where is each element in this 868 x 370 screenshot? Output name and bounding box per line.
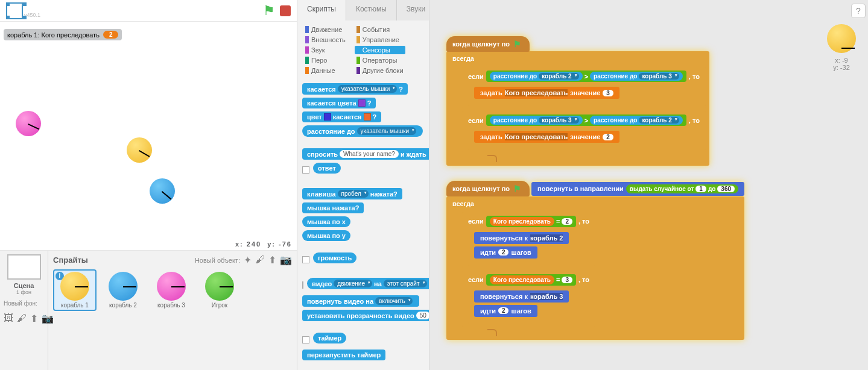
block-mouse-y[interactable]: мышка по y — [302, 230, 350, 241]
category-Операторы[interactable]: Операторы — [355, 56, 405, 64]
cond-eq[interactable]: Кого преследовать = 3 — [486, 274, 576, 286]
sprite-info-panel: x: -9 y: -32 — [827, 24, 856, 71]
stop-icon[interactable] — [280, 5, 291, 16]
scene-label: Сцена — [0, 282, 48, 289]
loudness-checkbox[interactable] — [302, 256, 309, 263]
block-color-touching[interactable]: цветкасается? — [302, 111, 381, 122]
help-icon[interactable]: ? — [851, 4, 866, 18]
sprite-library-icon[interactable]: ✦ — [244, 254, 252, 266]
category-Внешность[interactable]: Внешность — [303, 36, 347, 44]
block-touching[interactable]: касаетсяуказатель мышки? — [302, 83, 408, 95]
sprite-ship1[interactable] — [127, 137, 152, 163]
sprite-item-ship1[interactable]: корабль 1 — [53, 269, 97, 311]
category-Перо[interactable]: Перо — [303, 56, 347, 64]
block-palette[interactable]: касаетсяуказатель мышки? касается цвета?… — [297, 78, 429, 370]
reporter-distance[interactable]: расстояние докорабль 2 — [590, 116, 683, 125]
block-if-1[interactable]: если расстояние докорабль 2 > расстояние… — [462, 67, 706, 108]
block-answer[interactable]: ответ — [313, 163, 341, 174]
stage-header: v450.1 ⚑ — [0, 0, 297, 22]
category-События[interactable]: События — [355, 25, 405, 34]
category-Движение[interactable]: Движение — [303, 25, 347, 34]
fullscreen-icon[interactable] — [6, 2, 23, 19]
monitor-label: корабль 1: Кого преследовать — [7, 31, 100, 39]
category-Сенсоры[interactable]: Сенсоры — [355, 46, 405, 54]
block-set-variable[interactable]: задатьКого преследоватьзначение3 — [474, 87, 619, 99]
script-1[interactable]: когда щелкнут по⚑ всегда если расстояние… — [446, 36, 709, 166]
script-2[interactable]: когда щелкнут по⚑ повернуть в направлени… — [446, 181, 744, 340]
block-ask[interactable]: спроситьWhat's your name?и ждать — [302, 148, 429, 160]
stage-coords: x: 240 y: -76 — [235, 240, 292, 248]
block-turn-video[interactable]: повернуть видео навключить — [302, 295, 419, 307]
tab-scripts[interactable]: Скрипты — [297, 0, 346, 20]
category-Данные[interactable]: Данные — [303, 66, 347, 75]
block-move-steps[interactable]: идти2шагов — [474, 305, 537, 317]
block-if-3[interactable]: если Кого преследовать = 2 , то повернут… — [462, 212, 595, 268]
new-sprite-label: Новый объект: — [195, 257, 240, 264]
tab-costumes[interactable]: Костюмы — [346, 0, 397, 20]
block-touching-color[interactable]: касается цвета? — [302, 98, 376, 108]
category-Звук[interactable]: Звук — [303, 46, 347, 54]
block-mouse-x[interactable]: мышка по x — [302, 216, 350, 227]
block-distance-to[interactable]: расстояние доуказатель мышки — [302, 125, 423, 137]
variable-monitor[interactable]: корабль 1: Кого преследовать 2 — [4, 29, 122, 40]
new-backdrop-label: Новый фон: — [0, 295, 48, 312]
version-label: v450.1 — [24, 12, 40, 18]
block-if-2[interactable]: если расстояние докорабль 3 > расстояние… — [462, 111, 706, 152]
block-point-towards[interactable]: повернуться ккорабль 3 — [474, 290, 569, 303]
sprite-ship3[interactable] — [16, 111, 41, 136]
stage-canvas[interactable]: корабль 1: Кого преследовать 2 x: 240 y:… — [0, 22, 297, 251]
sprite-item-player[interactable]: Игрок — [198, 269, 241, 311]
block-point-direction[interactable]: повернуть в направлении выдать случайное… — [531, 182, 744, 196]
cond-gt[interactable]: расстояние докорабль 2 > расстояние доко… — [486, 71, 686, 82]
editor-tabs: Скрипты Костюмы Звуки — [297, 0, 429, 20]
video-checkbox[interactable] — [302, 281, 303, 289]
monitor-value: 2 — [103, 31, 119, 39]
reporter-variable[interactable]: Кого преследовать — [490, 275, 554, 284]
sprite-paint-icon[interactable]: 🖌 — [255, 254, 265, 266]
block-point-towards[interactable]: повернуться ккорабль 2 — [474, 232, 569, 244]
backdrop-paint-icon[interactable]: 🖌 — [17, 313, 27, 324]
block-key-pressed[interactable]: клавишапробелнажата? — [302, 188, 402, 199]
block-timer[interactable]: таймер — [313, 333, 346, 343]
scripts-canvas[interactable]: ? x: -9 y: -32 когда щелкнут по⚑ всегда … — [429, 0, 868, 370]
hat-green-flag[interactable]: когда щелкнут по⚑ — [446, 181, 530, 196]
cond-eq[interactable]: Кого преследовать = 2 — [486, 216, 576, 227]
sprites-title: Спрайты — [53, 256, 88, 265]
category-Другие блоки[interactable]: Другие блоки — [355, 66, 405, 75]
reporter-distance[interactable]: расстояние докорабль 2 — [490, 72, 583, 81]
sprite-list: корабль 1 корабль 2 корабль 3 Игрок — [53, 269, 292, 311]
block-loudness[interactable]: громкость — [313, 252, 356, 263]
block-reset-timer[interactable]: перезапустить таймер — [302, 350, 385, 360]
backdrop-library-icon[interactable]: 🖼 — [4, 313, 13, 324]
reporter-random[interactable]: выдать случайное от1до360 — [626, 184, 738, 193]
sprite-item-ship2[interactable]: корабль 2 — [101, 269, 145, 311]
hat-green-flag[interactable]: когда щелкнут по⚑ — [446, 36, 530, 52]
block-forever[interactable]: всегда если Кого преследовать = 2 , то — [446, 196, 744, 340]
block-set-variable[interactable]: задатьКого преследоватьзначение2 — [474, 131, 619, 143]
scene-backdrop-count: 1 фон — [0, 289, 48, 295]
block-if-4[interactable]: если Кого преследовать = 3 , то повернут… — [462, 271, 595, 327]
block-video[interactable]: видеодвижениенаэтот спрайт — [307, 278, 429, 289]
block-mouse-down[interactable]: мышка нажата? — [302, 202, 364, 213]
sprite-item-ship3[interactable]: корабль 3 — [150, 269, 193, 311]
sprite-ship2[interactable] — [150, 178, 175, 204]
block-set-video-transparency[interactable]: установить прозрачность видео50 — [302, 310, 429, 321]
timer-checkbox[interactable] — [302, 336, 309, 343]
answer-checkbox[interactable] — [302, 166, 309, 174]
reporter-distance[interactable]: расстояние докорабль 3 — [590, 72, 683, 81]
block-move-steps[interactable]: идти2шагов — [474, 246, 537, 259]
block-categories: ДвижениеВнешностьЗвукПероДанные СобытияУ… — [297, 20, 429, 78]
block-forever[interactable]: всегда если расстояние докорабль 2 > рас… — [446, 51, 709, 166]
sprite-upload-icon[interactable]: ⬆ — [268, 254, 276, 266]
sprite-camera-icon[interactable]: 📷 — [280, 254, 292, 266]
reporter-variable[interactable]: Кого преследовать — [490, 217, 554, 226]
category-Управление[interactable]: Управление — [355, 36, 405, 44]
backdrop-upload-icon[interactable]: ⬆ — [30, 313, 38, 324]
reporter-distance[interactable]: расстояние докорабль 3 — [490, 116, 583, 125]
green-flag-icon[interactable]: ⚑ — [263, 3, 275, 19]
cond-gt[interactable]: расстояние докорабль 3 > расстояние доко… — [486, 114, 686, 126]
stage-thumbnail[interactable] — [7, 254, 41, 280]
